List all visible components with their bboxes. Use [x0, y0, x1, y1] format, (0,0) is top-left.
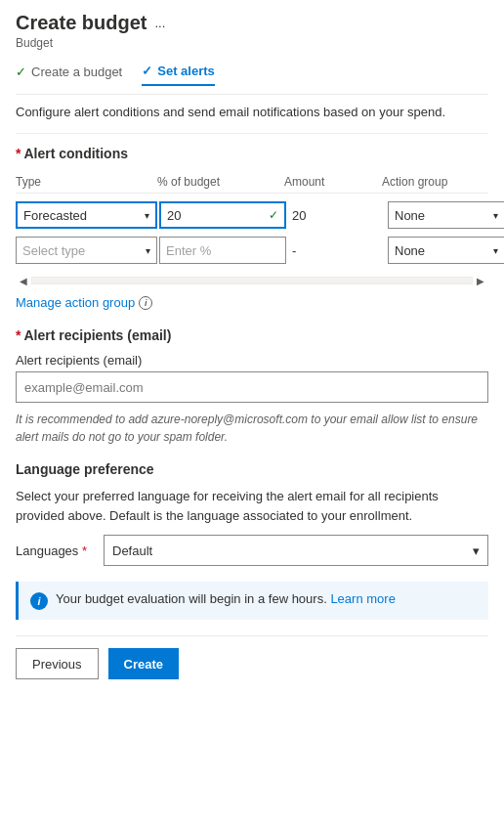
page-title: Create budget — [16, 12, 147, 34]
email-field-label: Alert recipients (email) — [16, 353, 488, 368]
alert-recipients-title: *Alert recipients (email) — [16, 327, 488, 343]
breadcrumb: Budget — [16, 36, 488, 50]
language-label: Languages * — [16, 543, 94, 558]
action-group-select-row2[interactable]: None ▾ — [388, 237, 504, 264]
alert-conditions-title: *Alert conditions — [16, 146, 488, 161]
amount-cell-row2: - — [288, 243, 386, 258]
chevron-down-icon: ▾ — [493, 245, 498, 256]
info-banner-icon: i — [30, 592, 48, 610]
alert-recipients-section: *Alert recipients (email) Alert recipien… — [16, 327, 488, 446]
step-check-create: ✓ — [16, 65, 26, 79]
table-row: Forecasted ▾ 20 ✓ 20 None ▾ — [16, 197, 488, 233]
previous-button[interactable]: Previous — [16, 648, 99, 679]
page-description: Configure alert conditions and send emai… — [16, 105, 488, 119]
language-description: Select your preferred language for recei… — [16, 487, 488, 525]
chevron-down-icon: ▾ — [145, 210, 149, 221]
email-input[interactable] — [16, 371, 488, 403]
language-preference-title: Language preference — [16, 461, 488, 477]
info-banner: i Your budget evaluation will begin in a… — [16, 582, 488, 620]
percent-input-row1[interactable]: 20 ✓ — [159, 201, 286, 229]
language-row: Languages * Default ▾ — [16, 535, 488, 566]
step-set-alerts[interactable]: ✓ Set alerts — [142, 64, 215, 86]
language-select[interactable]: Default ▾ — [104, 535, 488, 566]
percent-input-row2[interactable]: Enter % — [159, 237, 286, 264]
footer: Previous Create — [16, 635, 488, 691]
scroll-track[interactable] — [31, 277, 473, 284]
ellipsis-menu[interactable]: ... — [154, 16, 165, 30]
horizontal-scrollbar[interactable]: ◀ ▶ — [16, 274, 488, 287]
amount-cell-row1: 20 — [288, 208, 386, 223]
steps-bar: ✓ Create a budget ✓ Set alerts — [16, 64, 488, 95]
learn-more-link[interactable]: Learn more — [330, 591, 395, 606]
scroll-right-icon[interactable]: ▶ — [473, 276, 488, 286]
alert-conditions-section: *Alert conditions Type % of budget Amoun… — [16, 146, 488, 310]
language-preference-section: Language preference Select your preferre… — [16, 461, 488, 566]
page-header: Create budget ... — [16, 12, 488, 34]
type-select-row2[interactable]: Select type ▾ — [16, 237, 157, 264]
divider-1 — [16, 133, 488, 134]
action-group-select-row1[interactable]: None ▾ — [388, 201, 504, 229]
manage-action-group-link[interactable]: Manage action group i — [16, 295, 488, 310]
scroll-left-icon[interactable]: ◀ — [16, 276, 31, 286]
step-check-alerts: ✓ — [142, 64, 152, 78]
table-header: Type % of budget Amount Action group — [16, 171, 488, 194]
check-icon: ✓ — [269, 208, 278, 222]
info-icon: i — [139, 296, 152, 310]
chevron-down-icon: ▾ — [493, 210, 498, 221]
chevron-down-icon: ▾ — [473, 543, 480, 558]
chevron-down-icon: ▾ — [146, 245, 150, 256]
email-note: It is recommended to add azure-noreply@m… — [16, 411, 488, 446]
type-select-row1[interactable]: Forecasted ▾ — [16, 201, 157, 229]
table-row: Select type ▾ Enter % - None ▾ — [16, 233, 488, 268]
step-create-budget[interactable]: ✓ Create a budget — [16, 65, 122, 85]
create-button[interactable]: Create — [108, 648, 179, 679]
page-container: Create budget ... Budget ✓ Create a budg… — [0, 0, 504, 703]
